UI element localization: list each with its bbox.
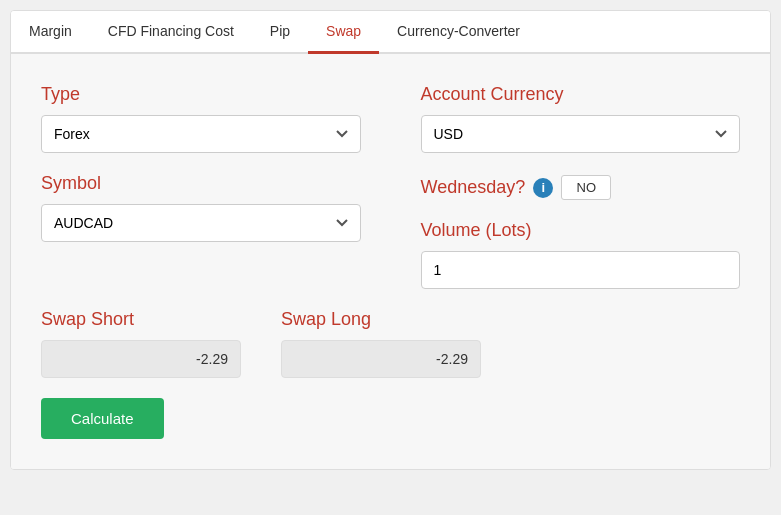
tab-currency-converter[interactable]: Currency-Converter bbox=[379, 11, 538, 54]
symbol-group: Symbol AUDCAD bbox=[41, 173, 361, 242]
volume-group: Volume (Lots) bbox=[421, 220, 741, 289]
volume-input[interactable] bbox=[421, 251, 741, 289]
form-grid: Type Forex Symbol AUDCAD Account Cur bbox=[41, 84, 740, 289]
type-label: Type bbox=[41, 84, 361, 105]
swap-short-label: Swap Short bbox=[41, 309, 241, 330]
left-column: Type Forex Symbol AUDCAD bbox=[41, 84, 361, 289]
type-select[interactable]: Forex bbox=[41, 115, 361, 153]
tab-margin[interactable]: Margin bbox=[11, 11, 90, 54]
swap-long-label: Swap Long bbox=[281, 309, 481, 330]
wednesday-toggle-button[interactable]: NO bbox=[561, 175, 611, 200]
type-group: Type Forex bbox=[41, 84, 361, 153]
tab-bar: Margin CFD Financing Cost Pip Swap Curre… bbox=[11, 11, 770, 54]
account-currency-group: Account Currency USD bbox=[421, 84, 741, 153]
wednesday-section: Wednesday? i NO bbox=[421, 173, 741, 200]
content-area: Type Forex Symbol AUDCAD Account Cur bbox=[11, 54, 770, 469]
account-currency-label: Account Currency bbox=[421, 84, 741, 105]
account-currency-select[interactable]: USD bbox=[421, 115, 741, 153]
tab-swap[interactable]: Swap bbox=[308, 11, 379, 54]
tab-pip[interactable]: Pip bbox=[252, 11, 308, 54]
calculator-container: Margin CFD Financing Cost Pip Swap Curre… bbox=[10, 10, 771, 470]
swap-long-group: Swap Long bbox=[281, 309, 481, 378]
results-row: Swap Short Swap Long bbox=[41, 309, 740, 378]
swap-short-value bbox=[41, 340, 241, 378]
symbol-label: Symbol bbox=[41, 173, 361, 194]
calculate-button[interactable]: Calculate bbox=[41, 398, 164, 439]
right-column: Account Currency USD Wednesday? i NO Vol… bbox=[421, 84, 741, 289]
tab-cfd[interactable]: CFD Financing Cost bbox=[90, 11, 252, 54]
swap-long-value bbox=[281, 340, 481, 378]
volume-label: Volume (Lots) bbox=[421, 220, 741, 241]
wednesday-label: Wednesday? bbox=[421, 177, 526, 198]
symbol-select[interactable]: AUDCAD bbox=[41, 204, 361, 242]
swap-short-group: Swap Short bbox=[41, 309, 241, 378]
wednesday-row: Wednesday? i NO bbox=[421, 175, 741, 200]
wednesday-info-icon[interactable]: i bbox=[533, 178, 553, 198]
